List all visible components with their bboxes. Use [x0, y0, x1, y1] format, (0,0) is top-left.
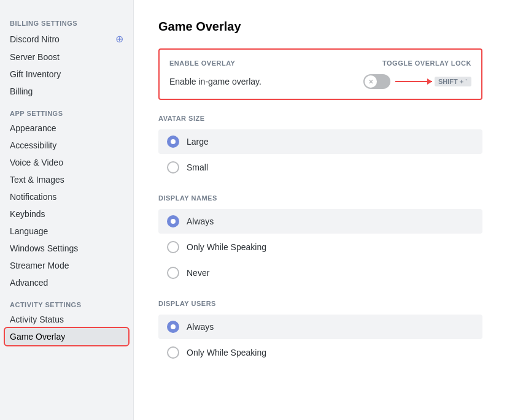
radio-label-names-always: Always [187, 216, 214, 226]
arrow-line [395, 81, 432, 82]
sidebar-item-activity-status[interactable]: Activity Status [5, 311, 128, 328]
sidebar-item-label: Discord Nitro [10, 34, 60, 44]
radio-option-names-never[interactable]: Never [158, 261, 482, 285]
radio-label-names-speaking: Only While Speaking [187, 242, 266, 252]
sidebar-item-accessibility[interactable]: Accessibility [5, 137, 128, 154]
radio-circle-names-never [167, 267, 179, 279]
overlay-box-header: ENABLE OVERLAY TOGGLE OVERLAY LOCK [169, 59, 471, 67]
sidebar-item-label: Billing [10, 86, 33, 96]
sidebar-item-keybinds[interactable]: Keybinds [5, 205, 128, 223]
radio-circle-users-speaking [167, 346, 179, 359]
display-users-group: Always Only While Speaking [158, 315, 482, 365]
display-names-header: DISPLAY NAMES [158, 194, 482, 202]
radio-option-small[interactable]: Small [158, 155, 482, 180]
main-content: Game Overlay ENABLE OVERLAY TOGGLE OVERL… [134, 0, 507, 420]
sidebar-item-label: Accessibility [10, 140, 56, 150]
sidebar-item-advanced[interactable]: Advanced [5, 274, 128, 291]
activity-section-label: ACTIVITY SETTINGS [5, 296, 128, 311]
radio-label-names-never: Never [187, 268, 209, 278]
sidebar-item-game-overlay[interactable]: Game Overlay [5, 328, 128, 345]
sidebar-item-label: Windows Settings [10, 243, 78, 253]
sidebar-item-discord-nitro[interactable]: Discord Nitro ⊕ [5, 29, 128, 48]
toggle-knob: ✕ [365, 75, 377, 88]
display-users-header: DISPLAY USERS [158, 300, 482, 307]
sidebar-item-label: Activity Status [10, 315, 64, 324]
sidebar-item-label: Streamer Mode [10, 261, 69, 270]
radio-circle-users-always [167, 321, 179, 333]
sidebar-item-gift-inventory[interactable]: Gift Inventory [5, 66, 128, 83]
radio-circle-small [167, 161, 179, 174]
radio-label-small: Small [187, 162, 208, 172]
app-section-label: APP SETTINGS [5, 105, 128, 120]
sidebar: BILLING SETTINGS Discord Nitro ⊕ Server … [0, 0, 134, 420]
shortcut-badge: SHIFT + ` [435, 77, 471, 86]
radio-circle-large [167, 136, 179, 148]
page-title: Game Overlay [158, 20, 482, 34]
avatar-size-header: AVATAR SIZE [158, 115, 482, 122]
sidebar-item-label: Notifications [10, 192, 56, 202]
sidebar-item-label: Voice & Video [10, 158, 63, 167]
sidebar-item-language[interactable]: Language [5, 223, 128, 240]
enable-overlay-description: Enable in-game overlay. [169, 77, 261, 86]
sidebar-item-label: Language [10, 226, 48, 236]
overlay-toggle-area: ✕ SHIFT + ` [363, 74, 471, 89]
sidebar-item-label: Server Boost [10, 52, 60, 62]
sidebar-item-label: Game Overlay [10, 332, 65, 342]
radio-label-users-speaking: Only While Speaking [187, 348, 266, 357]
sidebar-item-streamer-mode[interactable]: Streamer Mode [5, 257, 128, 274]
sidebar-item-label: Gift Inventory [10, 69, 61, 79]
sidebar-item-notifications[interactable]: Notifications [5, 188, 128, 205]
sidebar-item-voice-video[interactable]: Voice & Video [5, 154, 128, 171]
radio-option-users-always[interactable]: Always [158, 315, 482, 339]
sidebar-item-windows-settings[interactable]: Windows Settings [5, 240, 128, 257]
display-names-group: Always Only While Speaking Never [158, 209, 482, 285]
sidebar-item-label: Text & Images [10, 175, 64, 185]
radio-label-users-always: Always [187, 322, 214, 332]
toggle-overlay-lock-label: TOGGLE OVERLAY LOCK [382, 59, 471, 67]
toggle-x-icon: ✕ [368, 78, 373, 85]
overlay-enable-box: ENABLE OVERLAY TOGGLE OVERLAY LOCK Enabl… [158, 48, 482, 100]
sidebar-item-billing[interactable]: Billing [5, 83, 128, 100]
radio-option-names-speaking[interactable]: Only While Speaking [158, 235, 482, 259]
sidebar-item-label: Advanced [10, 278, 48, 288]
sidebar-item-appearance[interactable]: Appearance [5, 120, 128, 137]
overlay-box-row: Enable in-game overlay. ✕ SHIFT + ` [169, 74, 471, 89]
radio-circle-names-speaking [167, 241, 179, 253]
sidebar-item-text-images[interactable]: Text & Images [5, 171, 128, 188]
radio-circle-names-always [167, 215, 179, 227]
radio-option-users-speaking[interactable]: Only While Speaking [158, 340, 482, 365]
avatar-size-group: Large Small [158, 129, 482, 180]
arrow-indicator: SHIFT + ` [395, 77, 471, 86]
enable-overlay-label: ENABLE OVERLAY [169, 59, 235, 67]
enable-overlay-toggle[interactable]: ✕ [363, 74, 390, 89]
radio-option-large[interactable]: Large [158, 129, 482, 154]
billing-section-label: BILLING SETTINGS [5, 15, 128, 29]
sidebar-item-label: Keybinds [10, 209, 45, 219]
nitro-badge-icon: ⊕ [115, 33, 123, 45]
radio-option-names-always[interactable]: Always [158, 209, 482, 234]
sidebar-item-label: Appearance [10, 123, 56, 133]
radio-label-large: Large [187, 137, 209, 147]
sidebar-item-server-boost[interactable]: Server Boost [5, 48, 128, 66]
